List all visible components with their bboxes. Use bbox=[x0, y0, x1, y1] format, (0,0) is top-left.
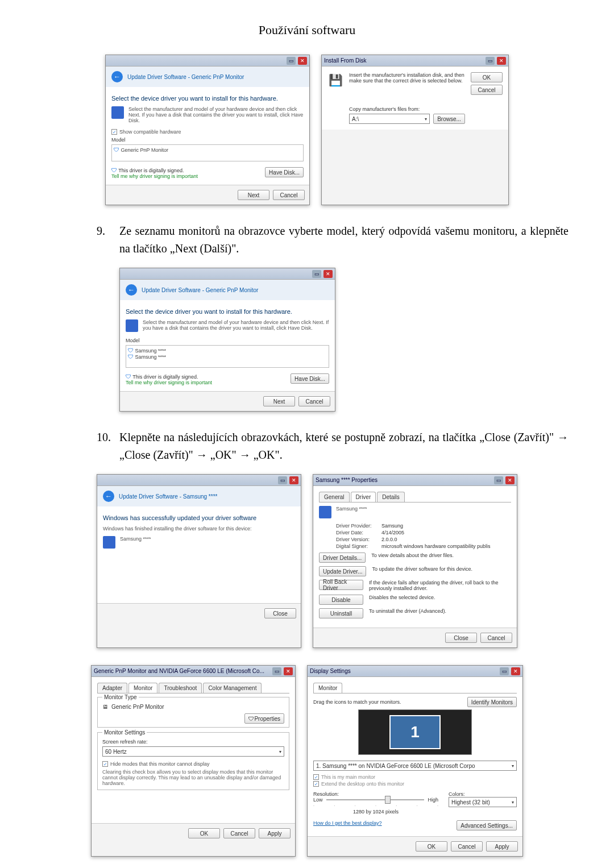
page-title: Používání softwaru bbox=[45, 23, 569, 38]
device-properties-window: Samsung **** Properties ▭ ✕ General Driv… bbox=[313, 474, 517, 648]
monitor-icon: 🖥 bbox=[102, 704, 108, 710]
disable-button[interactable]: Disable bbox=[319, 595, 363, 605]
ok-button[interactable]: OK bbox=[471, 72, 503, 82]
resolution-slider[interactable]: Low High bbox=[313, 797, 438, 803]
close-icon[interactable]: ✕ bbox=[284, 667, 293, 675]
device-icon bbox=[319, 506, 331, 518]
breadcrumb: Update Driver Software - Generic PnP Mon… bbox=[127, 74, 244, 80]
back-icon[interactable]: ← bbox=[103, 491, 114, 502]
maximize-icon[interactable]: ▭ bbox=[500, 667, 509, 675]
maximize-icon[interactable]: ▭ bbox=[278, 476, 287, 484]
list-item[interactable]: Samsung **** bbox=[135, 354, 167, 360]
path-combo[interactable]: A:\ ▾ bbox=[349, 114, 430, 124]
why-signing-link[interactable]: Tell me why driver signing is important bbox=[111, 173, 260, 179]
main-monitor-checkbox[interactable]: ✓This is my main monitor bbox=[313, 774, 517, 780]
show-compatible-checkbox[interactable]: ✓ Show compatible hardware bbox=[111, 129, 304, 135]
identify-monitors-button[interactable]: Identify Monitors bbox=[467, 697, 517, 707]
have-disk-button[interactable]: Have Disk... bbox=[265, 167, 304, 177]
dialog-description: Select the manufacturer and model of you… bbox=[143, 319, 329, 331]
shield-icon: 🛡 bbox=[126, 373, 131, 380]
maximize-icon[interactable]: ▭ bbox=[272, 667, 281, 675]
next-button[interactable]: Next bbox=[238, 190, 269, 200]
drag-label: Drag the icons to match your monitors. bbox=[313, 699, 401, 705]
colors-label: Colors: bbox=[449, 791, 517, 797]
list-item[interactable]: Samsung **** bbox=[135, 348, 167, 354]
monitor-select-combo[interactable]: 1. Samsung **** on NVIDIA GeForce 6600 L… bbox=[313, 761, 517, 771]
close-icon[interactable]: ✕ bbox=[289, 476, 298, 484]
next-button[interactable]: Next bbox=[263, 396, 295, 406]
selected-monitor: 1. Samsung **** on NVIDIA GeForce 6600 L… bbox=[316, 763, 475, 769]
floppy-icon: 💾 bbox=[327, 72, 343, 88]
cancel-button[interactable]: Cancel bbox=[223, 828, 255, 838]
cancel-button[interactable]: Cancel bbox=[273, 190, 305, 200]
apply-button[interactable]: Apply bbox=[259, 828, 291, 838]
cancel-button[interactable]: Cancel bbox=[298, 396, 330, 406]
why-signing-link[interactable]: Tell me why driver signing is important bbox=[126, 380, 286, 385]
driver-details-button[interactable]: Driver Details... bbox=[319, 553, 366, 563]
refresh-rate-combo[interactable]: 60 Hertz ▾ bbox=[102, 746, 284, 757]
cancel-button[interactable]: Cancel bbox=[451, 841, 483, 852]
label: Driver Provider: bbox=[336, 523, 381, 529]
label: Digital Signer: bbox=[336, 543, 381, 549]
rollback-driver-button[interactable]: Roll Back Driver bbox=[319, 580, 363, 590]
colors-combo[interactable]: Highest (32 bit) ▾ bbox=[449, 797, 517, 807]
ok-button[interactable]: OK bbox=[416, 841, 447, 852]
tab-adapter[interactable]: Adapter bbox=[97, 683, 127, 693]
slider-thumb[interactable] bbox=[385, 796, 391, 804]
tab-monitor[interactable]: Monitor bbox=[313, 683, 342, 693]
advanced-settings-button[interactable]: Advanced Settings... bbox=[457, 820, 517, 830]
column-header: Model bbox=[111, 137, 304, 143]
label: Driver Date: bbox=[336, 530, 381, 535]
cancel-button[interactable]: Cancel bbox=[471, 85, 503, 95]
maximize-icon[interactable]: ▭ bbox=[312, 270, 321, 278]
list-item[interactable]: Generic PnP Monitor bbox=[121, 147, 168, 153]
close-button[interactable]: Close bbox=[445, 633, 477, 643]
maximize-icon[interactable]: ▭ bbox=[287, 57, 296, 65]
value: microsoft windows hardware compatibility… bbox=[381, 543, 511, 549]
ok-button[interactable]: OK bbox=[188, 828, 220, 838]
dropdown-icon[interactable]: ▾ bbox=[512, 800, 514, 805]
dropdown-icon[interactable]: ▾ bbox=[279, 749, 281, 754]
dropdown-icon[interactable]: ▾ bbox=[512, 763, 514, 769]
maximize-icon[interactable]: ▭ bbox=[494, 476, 503, 484]
maximize-icon[interactable]: ▭ bbox=[486, 57, 495, 65]
dialog-message: Insert the manufacturer's installation d… bbox=[349, 72, 465, 84]
monitor-arrangement[interactable]: 1 bbox=[358, 709, 472, 755]
update-driver-button[interactable]: Update Driver... bbox=[319, 566, 366, 576]
monitor-1[interactable]: 1 bbox=[389, 715, 441, 749]
tab-monitor[interactable]: Monitor bbox=[128, 683, 157, 693]
hide-modes-checkbox[interactable]: ✓ Hide modes that this monitor cannot di… bbox=[102, 761, 284, 767]
value: 2.0.0.0 bbox=[381, 537, 511, 542]
shield-icon: 🛡 bbox=[111, 167, 117, 173]
close-icon[interactable]: ✕ bbox=[511, 667, 520, 675]
tab-details[interactable]: Details bbox=[377, 492, 405, 502]
cancel-button[interactable]: Cancel bbox=[480, 633, 512, 643]
back-icon[interactable]: ← bbox=[126, 284, 137, 296]
shield-icon: 🛡 bbox=[128, 347, 134, 354]
properties-button[interactable]: 🛡 Properties bbox=[244, 713, 284, 724]
extend-desktop-checkbox[interactable]: ✓Extend the desktop onto this monitor bbox=[313, 781, 517, 787]
close-icon[interactable]: ✕ bbox=[505, 476, 515, 484]
dropdown-icon[interactable]: ▾ bbox=[425, 117, 427, 122]
device-icon bbox=[103, 536, 115, 549]
back-icon[interactable]: ← bbox=[111, 71, 123, 82]
apply-button[interactable]: Apply bbox=[486, 841, 518, 852]
model-list[interactable]: 🛡 Generic PnP Monitor bbox=[111, 144, 304, 161]
shield-icon: 🛡 bbox=[114, 147, 119, 153]
best-display-link[interactable]: How do I get the best display? bbox=[313, 820, 382, 830]
model-list[interactable]: 🛡 Samsung **** 🛡 Samsung **** bbox=[126, 345, 329, 368]
close-icon[interactable]: ✕ bbox=[323, 270, 333, 278]
tab-driver[interactable]: Driver bbox=[351, 492, 376, 502]
monitor-type-group: Monitor Type 🖥 Generic PnP Monitor 🛡 Pro… bbox=[97, 697, 289, 728]
column-header: Model bbox=[126, 338, 329, 343]
close-button[interactable]: Close bbox=[264, 608, 296, 618]
have-disk-button[interactable]: Have Disk... bbox=[291, 373, 329, 384]
tab-general[interactable]: General bbox=[319, 492, 350, 502]
tab-bar: Adapter Monitor Troubleshoot Color Manag… bbox=[97, 683, 289, 693]
uninstall-button[interactable]: Uninstall bbox=[319, 608, 363, 618]
close-icon[interactable]: ✕ bbox=[497, 57, 506, 65]
tab-troubleshoot[interactable]: Troubleshoot bbox=[159, 683, 202, 693]
tab-color-management[interactable]: Color Management bbox=[203, 683, 262, 693]
browse-button[interactable]: Browse... bbox=[433, 114, 465, 124]
close-icon[interactable]: ✕ bbox=[298, 57, 307, 65]
